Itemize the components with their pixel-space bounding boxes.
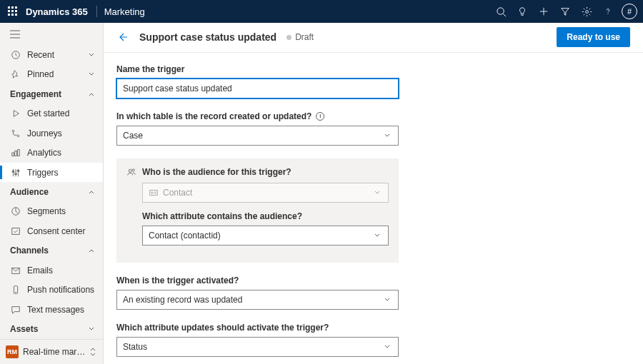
main: Support case status updated Draft Ready … [104,23,643,364]
sidebar-item-recent[interactable]: Recent [0,45,103,64]
sidebar-section-channels[interactable]: Channels [0,241,103,261]
chevron-up-icon [87,90,96,98]
update-attr-value: Status [123,342,147,352]
field-update-attr-label: Which attribute updates should activate … [116,323,399,333]
play-icon [10,108,21,119]
topbar: Dynamics 365 Marketing # [0,0,643,23]
field-table-label: In which table is the record created or … [116,111,399,121]
sidebar-item-pinned[interactable]: Pinned [0,65,103,84]
people-icon [126,167,136,177]
table-select[interactable]: Case [116,126,399,146]
sidebar-item-label: Text messages [27,305,96,315]
audience-attr-label: Which attribute contains the audience? [142,211,389,221]
audience-attr-value: Contact (contactid) [149,231,221,241]
app-launcher-icon[interactable] [6,6,20,16]
table-select-value: Case [123,131,143,141]
page-title: Support case status updated [139,31,276,43]
svg-point-21 [17,135,19,137]
chevron-down-icon [384,295,392,304]
area-badge: RM [6,345,19,358]
svg-rect-1 [11,6,14,9]
svg-rect-3 [8,10,10,12]
email-icon [10,265,21,276]
sidebar-item-emails[interactable]: Emails [0,261,103,280]
svg-rect-7 [11,14,14,16]
help-icon[interactable] [597,0,619,23]
sidebar: Recent Pinned Engagement Get started Jou… [0,23,104,364]
consent-icon [10,226,21,237]
activation-select[interactable]: An existing record was updated [116,290,399,310]
gear-icon[interactable] [576,0,597,23]
card-icon [149,188,159,198]
sidebar-item-triggers[interactable]: Triggers [0,163,103,182]
svg-rect-6 [8,14,10,16]
audience-panel: Who is the audience for this trigger? Co… [116,158,399,263]
svg-point-15 [607,14,608,14]
sidebar-item-label: Get started [27,108,96,118]
sidebar-section-label: Audience [10,187,87,197]
sidebar-section-label: Channels [10,246,87,256]
name-input[interactable]: Support case status updated [116,79,399,98]
svg-point-14 [585,10,588,13]
area-label: Real-time marketi... [23,347,89,357]
svg-line-10 [503,14,506,16]
back-icon[interactable] [116,30,131,44]
chevron-down-icon [384,343,392,351]
field-activation-label: When is the trigger activated? [116,275,399,285]
chevron-down-icon [87,51,96,59]
field-name-label: Name the trigger [116,64,399,74]
sidebar-item-label: Emails [27,266,96,275]
svg-point-36 [129,169,131,172]
push-icon [10,284,21,295]
audience-attr-select[interactable]: Contact (contactid) [142,226,389,246]
sidebar-item-analytics[interactable]: Analytics [0,143,103,162]
sidebar-item-push[interactable]: Push notifications [0,280,103,299]
add-icon[interactable] [533,0,554,23]
filter-icon[interactable] [554,0,576,23]
sidebar-section-engagement[interactable]: Engagement [0,84,103,103]
svg-point-39 [151,191,153,193]
sidebar-item-label: Triggers [27,168,96,178]
sidebar-section-assets[interactable]: Assets [0,319,103,338]
triggers-icon [10,167,21,178]
form: Name the trigger Support case status upd… [104,53,643,364]
clock-icon [10,49,21,61]
sidebar-section-label: Assets [10,324,87,334]
lightbulb-icon[interactable] [512,0,533,23]
sidebar-item-journeys[interactable]: Journeys [0,123,103,143]
sidebar-item-text-messages[interactable]: Text messages [0,300,103,319]
status-label: Draft [295,32,314,42]
audience-entity-value: Contact [163,188,192,198]
sidebar-item-consent-center[interactable]: Consent center [0,221,103,241]
ready-to-use-button[interactable]: Ready to use [557,27,630,47]
sidebar-item-segments[interactable]: Segments [0,202,103,221]
svg-point-20 [12,130,14,132]
sidebar-item-label: Segments [27,206,96,216]
activation-value: An existing record was updated [123,295,242,305]
sidebar-item-label: Recent [27,50,87,60]
search-icon[interactable] [490,0,512,23]
field-activation: When is the trigger activated? An existi… [116,275,399,310]
status-badge: Draft [286,32,314,42]
field-name: Name the trigger Support case status upd… [116,64,399,98]
sidebar-item-get-started[interactable]: Get started [0,104,103,123]
svg-rect-8 [15,14,17,16]
analytics-icon [10,147,21,158]
chevron-down-icon [374,231,382,240]
field-table: In which table is the record created or … [116,111,399,146]
svg-point-37 [132,168,134,171]
avatar[interactable]: # [622,4,637,19]
area-label: Marketing [104,6,145,17]
sidebar-section-label: Engagement [10,89,87,99]
sidebar-item-label: Journeys [27,128,96,138]
area-switcher[interactable]: RM Real-time marketi... [0,339,103,364]
segments-icon [10,206,21,217]
svg-rect-4 [11,10,14,12]
update-attr-select[interactable]: Status [116,337,399,357]
chat-icon [10,304,21,315]
info-icon[interactable]: i [316,112,324,121]
hamburger-icon[interactable] [0,23,103,45]
sidebar-item-label: Consent center [27,226,96,236]
svg-rect-32 [12,228,20,234]
sidebar-section-audience[interactable]: Audience [0,182,103,201]
